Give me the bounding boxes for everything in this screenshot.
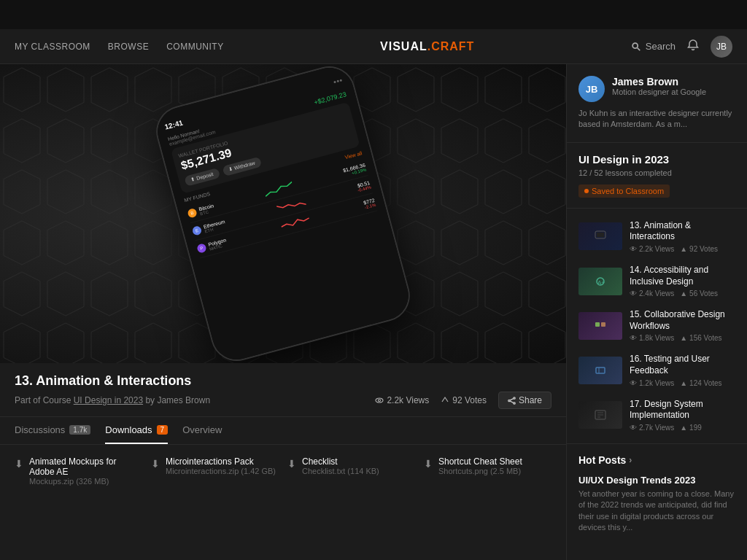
download-icon-4: ⬇ (424, 458, 433, 470)
lesson-info: 13. Animation & Interactions Part of Cou… (0, 363, 566, 417)
video-background: 12:41 ●●● Hello Norman! example@email.co… (0, 64, 566, 363)
hot-posts-header[interactable]: Hot Posts › (578, 454, 735, 466)
main-layout: 12:41 ●●● Hello Norman! example@email.co… (0, 64, 747, 560)
search-icon (631, 42, 641, 52)
lesson-13-views: 👁 2.2k Views (630, 245, 674, 253)
download-item-3: ⬇ Checklist Checklist.txt (114 KB) (287, 456, 415, 486)
hot-posts-arrow-icon: › (629, 455, 632, 465)
nav-right: Search JB (631, 36, 732, 58)
dl-file-3: Checklist.txt (114 KB) (302, 467, 379, 475)
svg-line-1 (638, 47, 640, 50)
course-title-sidebar: UI Design in 2023 (578, 153, 735, 166)
top-bar (0, 0, 747, 29)
dl-file-2: Microinteractions.zip (1.42 GB) (166, 467, 276, 475)
lesson-item-14[interactable]: A+ 14. Accessibility and Inclusive Desig… (567, 259, 747, 303)
lesson-stats: 2.2k Views 92 Votes Share (375, 392, 551, 409)
saved-dot (584, 189, 589, 193)
nav-community[interactable]: COMMUNITY (166, 42, 224, 52)
content-area: 12:41 ●●● Hello Norman! example@email.co… (0, 64, 566, 560)
nav-my-classroom[interactable]: MY CLASSROOM (15, 42, 90, 52)
svg-point-0 (632, 43, 638, 48)
nav-browse[interactable]: BROWSE (108, 42, 149, 52)
tab-discussions[interactable]: Discussions 1.7k (15, 417, 90, 444)
lesson-17-views: 👁 2.7k Views (630, 424, 674, 432)
svg-rect-21 (595, 322, 600, 327)
lesson-thumb-13 (578, 222, 622, 250)
lesson-15-votes: ▲ 156 Votes (680, 334, 721, 342)
lesson-13-votes: ▲ 92 Votes (680, 245, 718, 253)
hot-posts-section: Hot Posts › UI/UX Design Trends 2023 Yet… (567, 444, 747, 553)
svg-point-13 (508, 400, 510, 401)
lesson-thumb-15 (578, 312, 622, 340)
lesson-title-16: 16. Testing and User Feedback (630, 354, 735, 376)
right-sidebar: JB James Brown Motion designer at Google… (566, 64, 747, 560)
svg-rect-22 (601, 322, 605, 327)
course-progress: 12 / 52 lessons completed (578, 168, 735, 177)
instructor-role: Motion designer at Google (612, 88, 706, 96)
svg-point-14 (514, 402, 515, 403)
lesson-item-13[interactable]: 13. Animation & Interactions 👁 2.2k View… (567, 214, 747, 259)
dl-name-1: Animated Mockups for Adobe AE (29, 456, 142, 477)
nav-links: MY CLASSROOM BROWSE COMMUNITY (15, 42, 224, 52)
dl-name-2: Microinteractions Pack (166, 456, 276, 467)
lesson-17-votes: ▲ 199 (680, 424, 702, 432)
course-info-sidebar: UI Design in 2023 12 / 52 lessons comple… (567, 143, 747, 209)
dl-file-1: Mockups.zip (326 MB) (29, 477, 142, 486)
tab-overview[interactable]: Overview (182, 417, 222, 444)
search-label: Search (646, 41, 676, 52)
tab-downloads[interactable]: Downloads 7 (105, 417, 168, 444)
instructor-avatar: JB (578, 76, 605, 102)
saved-badge[interactable]: Saved to Classroom (578, 184, 670, 198)
lesson-title-14: 14. Accessibility and Inclusive Design (630, 265, 735, 287)
lesson-item-15[interactable]: 15. Collaborative Design Workflows 👁 1.8… (567, 303, 747, 348)
lesson-thumb-16 (578, 357, 622, 384)
lesson-thumb-17 (578, 401, 622, 429)
hot-post-item-1[interactable]: UI/UX Design Trends 2023 Yet another yea… (578, 475, 735, 534)
downloads-grid: ⬇ Animated Mockups for Adobe AE Mockups.… (15, 456, 551, 486)
svg-point-12 (514, 397, 515, 398)
hot-post-desc-1: Yet another year is coming to a close. M… (578, 489, 735, 534)
instructor-bio: Jo Kuhn is an interactive designer curre… (578, 108, 735, 131)
lesson-title-13: 13. Animation & Interactions (630, 220, 735, 243)
svg-line-15 (510, 398, 514, 400)
lesson-16-votes: ▲ 124 Votes (680, 379, 721, 387)
svg-rect-23 (596, 368, 605, 373)
brand-logo: VISUAL.CRAFT (224, 40, 631, 53)
lesson-list: 13. Animation & Interactions 👁 2.2k View… (567, 209, 747, 444)
dl-file-4: Shortcuts.png (2.5 MB) (438, 467, 522, 475)
dl-name-4: Shortcut Cheat Sheet (438, 456, 522, 467)
lesson-item-17[interactable]: 17. Design System Implementation 👁 2.7k … (567, 393, 747, 438)
votes-stat: 92 Votes (441, 395, 487, 405)
search-button[interactable]: Search (631, 41, 676, 52)
download-item: ⬇ Animated Mockups for Adobe AE Mockups.… (15, 456, 142, 486)
svg-point-11 (379, 400, 381, 402)
lesson-title-15: 15. Collaborative Design Workflows (630, 309, 735, 332)
course-link[interactable]: UI Design in 2023 (74, 395, 143, 405)
views-stat: 2.2k Views (375, 395, 429, 405)
lesson-14-views: 👁 2.4k Views (630, 289, 674, 298)
lesson-title: 13. Animation & Interactions (15, 373, 551, 389)
download-icon-2: ⬇ (151, 458, 160, 470)
hot-post-title-1: UI/UX Design Trends 2023 (578, 475, 735, 486)
svg-line-16 (510, 401, 514, 402)
brand-suffix: .CRAFT (427, 40, 475, 52)
download-icon-1: ⬇ (15, 458, 23, 470)
dl-name-3: Checklist (302, 456, 379, 467)
svg-text:A+: A+ (597, 279, 605, 286)
brand-prefix: VISUAL (380, 40, 427, 52)
instructor-profile: JB James Brown Motion designer at Google… (567, 64, 747, 143)
lesson-15-views: 👁 1.8k Views (630, 334, 674, 342)
lesson-thumb-14: A+ (578, 268, 622, 295)
discussions-badge: 1.7k (69, 425, 90, 435)
course-info: Part of Course UI Design in 2023 by Jame… (15, 395, 210, 405)
download-icon-3: ⬇ (287, 458, 296, 470)
notifications-button[interactable] (687, 39, 699, 54)
main-nav: MY CLASSROOM BROWSE COMMUNITY VISUAL.CRA… (0, 29, 747, 64)
user-avatar[interactable]: JB (711, 36, 732, 58)
download-item-2: ⬇ Microinteractions Pack Microinteractio… (151, 456, 279, 486)
svg-rect-18 (597, 233, 604, 237)
instructor-name: James Brown (612, 76, 706, 88)
share-button[interactable]: Share (498, 392, 551, 409)
downloads-badge: 7 (157, 425, 169, 435)
lesson-item-16[interactable]: 16. Testing and User Feedback 👁 1.2k Vie… (567, 348, 747, 392)
